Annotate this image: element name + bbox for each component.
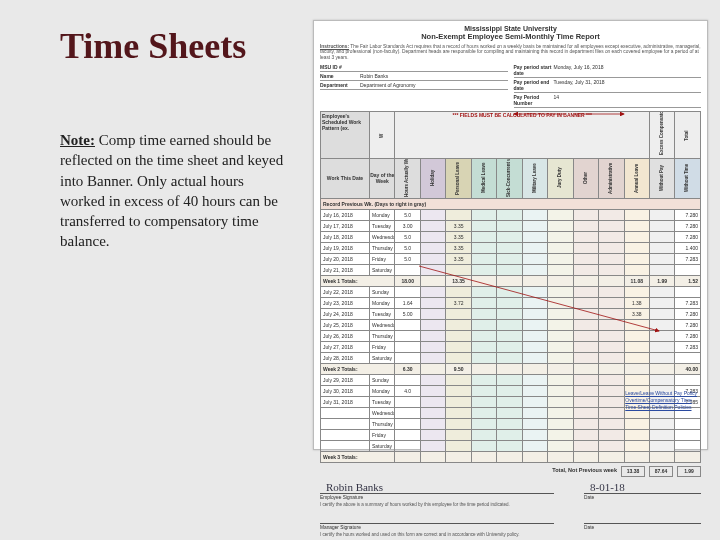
signature-date: 8-01-18: [584, 481, 701, 494]
form-title: Non-Exempt Employee Semi-Monthly Time Re…: [320, 32, 701, 41]
table-row: July 26, 2018Thursday7.280: [321, 330, 701, 341]
table-row: July 22, 2018Sunday: [321, 286, 701, 297]
table-row: July 23, 2018Monday1.643.721.387.283: [321, 297, 701, 308]
policy-link[interactable]: Leave/Leave Without Pay Policy: [625, 390, 697, 396]
note-block: Note: Comp time earned should be reflect…: [60, 130, 285, 252]
policy-links: Leave/Leave Without Pay PolicyOvertime/C…: [625, 389, 697, 411]
timesheet-document: Mississippi State University Non-Exempt …: [313, 20, 708, 450]
policy-link[interactable]: Overtime/Compensatory Time: [625, 397, 697, 403]
policy-link[interactable]: Time Sheet Definition Policies: [625, 404, 697, 410]
instructions: Instructions: The Fair Labor Standards A…: [320, 44, 701, 60]
table-row: July 27, 2018Friday7.283: [321, 341, 701, 352]
table-row: July 17, 2018Tuesday3.003.357.280: [321, 220, 701, 231]
table-row: July 20, 2018Friday5.03.357.283: [321, 253, 701, 264]
grand-total: Total, Not Previous week 13.38 87.64 1.9…: [320, 466, 701, 477]
cert-text-2: I certify the hours worked and used on t…: [320, 532, 701, 537]
meta-block: MSU ID #NameRobin BanksDepartmentDepartm…: [320, 63, 701, 108]
manager-signature-row: Manager Signature Date: [320, 511, 701, 530]
table-row: July 16, 2018Monday5.07.280: [321, 209, 701, 220]
note-body: Comp time earned should be reflected on …: [60, 132, 283, 249]
org-name: Mississippi State University: [320, 25, 701, 32]
table-row: Saturday: [321, 440, 701, 451]
note-label: Note:: [60, 132, 95, 148]
slide-title: Time Sheets: [60, 25, 246, 67]
table-row: July 21, 2018Saturday: [321, 264, 701, 275]
table-row: July 19, 2018Thursday5.03.351.400: [321, 242, 701, 253]
table-row: July 28, 2018Saturday: [321, 352, 701, 363]
table-row: Thursday: [321, 418, 701, 429]
table-row: July 29, 2018Sunday: [321, 374, 701, 385]
table-row: July 24, 2018Tuesday5.003.387.280: [321, 308, 701, 319]
table-row: July 25, 2018Wednesday7.280: [321, 319, 701, 330]
cert-text-1: I certify the above is a summary of hour…: [320, 502, 701, 507]
table-row: Friday: [321, 429, 701, 440]
employee-signature: Robin Banks: [320, 481, 554, 494]
table-row: July 18, 2018Wednesday5.03.357.280: [321, 231, 701, 242]
employee-signature-row: Robin Banks Employee Signature 8-01-18 D…: [320, 481, 701, 500]
